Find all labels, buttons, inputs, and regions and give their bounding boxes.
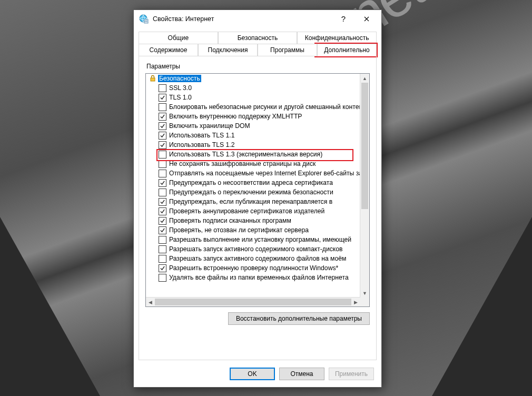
tree-item[interactable]: Не сохранять зашифрованные страницы на д…	[146, 159, 360, 169]
svg-rect-2	[145, 21, 147, 21]
checkbox[interactable]	[159, 198, 166, 206]
vertical-scroll-thumb[interactable]	[361, 83, 368, 209]
tree-item-label: Использовать TLS 1.2	[169, 141, 235, 148]
checkbox[interactable]	[159, 245, 166, 253]
checkbox[interactable]	[159, 179, 166, 187]
scroll-down-arrow[interactable]: ▼	[360, 289, 369, 298]
tree-item-label: Предупреждать о переключении режима безо…	[169, 189, 333, 196]
tree-item[interactable]: Отправлять на посещаемые через Internet …	[146, 169, 360, 178]
tree-item[interactable]: Использовать TLS 1.1	[146, 131, 360, 140]
tree-item[interactable]: Разрешать запуск активного содержимого ф…	[146, 254, 360, 263]
titlebar: Свойства: Интернет ?	[134, 10, 381, 27]
scroll-right-arrow[interactable]: ▶	[351, 300, 360, 305]
scroll-corner	[360, 298, 369, 306]
checkbox[interactable]	[159, 84, 166, 92]
tree-item[interactable]: TLS 1.0	[146, 93, 360, 102]
tree-item[interactable]: Предупреждать, если публикация перенапра…	[146, 197, 360, 206]
checkbox[interactable]	[159, 103, 166, 111]
tab-panel-advanced: Параметры БезопасностьSSL 3.0TLS 1.0Блок…	[139, 56, 377, 360]
window-title: Свойства: Интернет	[153, 15, 332, 23]
tree-category-label: Безопасность	[158, 75, 201, 82]
checkbox[interactable]	[159, 141, 166, 149]
tree-item-label: Предупреждать о несоответствии адреса се…	[169, 179, 333, 186]
tree-item[interactable]: Проверять аннулирование сертификатов изд…	[146, 206, 360, 216]
tab-конфиденциальность[interactable]: Конфиденциальность	[297, 32, 377, 44]
tree-item-label: Удалять все файлы из папки временных фай…	[169, 274, 349, 281]
tab-подключения[interactable]: Подключения	[198, 44, 258, 56]
checkbox[interactable]	[159, 94, 166, 102]
tree-item-label: Блокировать небезопасные рисунки и друго…	[169, 103, 360, 111]
tab-программы[interactable]: Программы	[258, 44, 317, 56]
apply-button[interactable]: Применить	[329, 368, 374, 380]
checkbox[interactable]	[159, 122, 166, 130]
svg-rect-3	[145, 22, 147, 22]
tree-item[interactable]: SSL 3.0	[146, 83, 360, 93]
scroll-left-arrow[interactable]: ◀	[146, 300, 155, 305]
tree-item[interactable]: Проверять подписи скачанных программ	[146, 216, 360, 225]
tree-item[interactable]: Предупреждать о несоответствии адреса се…	[146, 178, 360, 187]
cancel-button[interactable]: Отмена	[279, 368, 324, 380]
tree-item[interactable]: Использовать TLS 1.3 (экспериментальная …	[146, 150, 360, 159]
checkbox[interactable]	[159, 264, 166, 272]
checkbox[interactable]	[159, 132, 166, 140]
tree-item-label: Проверять подписи скачанных программ	[169, 217, 291, 224]
scroll-up-arrow[interactable]: ▲	[360, 74, 369, 83]
help-button[interactable]: ?	[332, 12, 355, 26]
checkbox[interactable]	[159, 207, 166, 215]
internet-options-icon	[139, 14, 149, 24]
horizontal-scroll-thumb[interactable]	[155, 299, 351, 305]
tree-item[interactable]: Включить внутреннюю поддержку XMLHTTP	[146, 112, 360, 121]
svg-rect-1	[144, 19, 148, 23]
tree-item-label: Разрешать выполнение или установку прогр…	[169, 236, 351, 243]
tree-item-label: Включить внутреннюю поддержку XMLHTTP	[169, 113, 302, 120]
tree-item[interactable]: Проверять, не отозван ли сертификат серв…	[146, 225, 360, 235]
tree-item-label: Использовать TLS 1.3 (экспериментальная …	[169, 151, 322, 158]
svg-rect-4	[151, 78, 155, 81]
settings-tree[interactable]: БезопасностьSSL 3.0TLS 1.0Блокировать не…	[145, 73, 370, 307]
checkbox[interactable]	[159, 189, 166, 196]
tree-item-label: Проверять, не отозван ли сертификат серв…	[169, 226, 309, 234]
checkbox[interactable]	[159, 160, 166, 168]
tree-item[interactable]: Включить хранилище DOM	[146, 121, 360, 131]
checkbox[interactable]	[159, 113, 166, 121]
tree-item[interactable]: Использовать TLS 1.2	[146, 140, 360, 150]
checkbox[interactable]	[159, 274, 166, 282]
internet-properties-dialog: Свойства: Интернет ? ОбщиеБезопасностьКо…	[133, 9, 382, 388]
checkbox[interactable]	[159, 255, 166, 263]
tree-item-label: Включить хранилище DOM	[169, 122, 250, 130]
tree-item-label: SSL 3.0	[169, 84, 192, 92]
tab-общие[interactable]: Общие	[139, 32, 218, 44]
tree-item-label: Не сохранять зашифрованные страницы на д…	[169, 160, 316, 167]
ok-button[interactable]: OK	[230, 368, 275, 380]
tree-item[interactable]: Разрешить встроенную проверку подлинност…	[146, 263, 360, 273]
dialog-footer: OK Отмена Применить	[134, 360, 381, 387]
tree-item-label: TLS 1.0	[169, 94, 192, 101]
tree-item-label: Отправлять на посещаемые через Internet …	[169, 170, 360, 177]
tree-item-label: Разрешать запуск активного содержимого к…	[169, 245, 343, 253]
tree-item[interactable]: Предупреждать о переключении режима безо…	[146, 187, 360, 197]
tab-strip: ОбщиеБезопасностьКонфиденциальность Соде…	[134, 27, 381, 56]
vertical-scrollbar[interactable]: ▲ ▼	[360, 74, 369, 298]
tree-item-label: Предупреждать, если публикация перенапра…	[169, 198, 332, 205]
tab-дополнительно[interactable]: Дополнительно	[317, 44, 377, 56]
checkbox[interactable]	[159, 226, 166, 234]
lock-icon	[149, 75, 156, 82]
tab-содержимое[interactable]: Содержимое	[139, 44, 198, 56]
parameters-label: Параметры	[146, 63, 370, 70]
horizontal-scrollbar[interactable]: ◀ ▶	[146, 297, 360, 306]
tab-безопасность[interactable]: Безопасность	[218, 32, 298, 44]
tree-item[interactable]: Разрешать запуск активного содержимого к…	[146, 244, 360, 254]
tree-item[interactable]: Разрешать выполнение или установку прогр…	[146, 235, 360, 244]
close-button[interactable]	[355, 12, 378, 26]
tree-item-label: Разрешать запуск активного содержимого ф…	[169, 255, 346, 262]
tree-item[interactable]: Удалять все файлы из папки временных фай…	[146, 273, 360, 282]
checkbox[interactable]	[159, 217, 166, 225]
restore-advanced-button[interactable]: Восстановить дополнительные параметры	[228, 312, 370, 325]
checkbox[interactable]	[159, 170, 166, 177]
tree-item-label: Разрешить встроенную проверку подлинност…	[169, 264, 338, 272]
checkbox[interactable]	[159, 236, 166, 244]
checkbox[interactable]	[159, 151, 166, 159]
tree-category-security[interactable]: Безопасность	[146, 74, 360, 83]
tree-item-label: Использовать TLS 1.1	[169, 132, 235, 139]
tree-item[interactable]: Блокировать небезопасные рисунки и друго…	[146, 102, 360, 112]
